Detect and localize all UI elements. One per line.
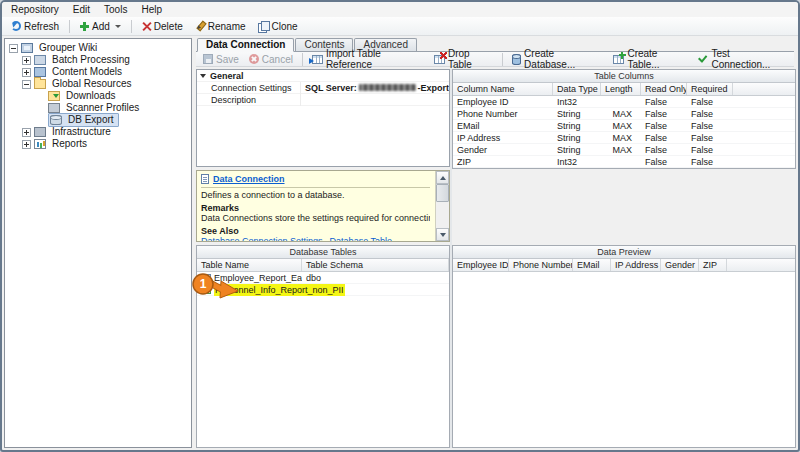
- expander-collapsed-icon[interactable]: [22, 56, 31, 65]
- create-table-button[interactable]: Create Table...: [609, 53, 692, 66]
- preview-header-email[interactable]: EMail: [573, 259, 611, 271]
- column-row-zip[interactable]: ZIP Int32 False False: [453, 156, 795, 168]
- create-database-button[interactable]: Create Database...: [508, 53, 607, 66]
- tree-item-label: DB Export: [65, 114, 117, 126]
- link-database-connection-settings[interactable]: Database Connection Settings,: [201, 236, 325, 241]
- scroll-up-icon[interactable]: [436, 171, 449, 184]
- import-table-reference-icon: [312, 55, 323, 64]
- tree-item-label: Reports: [49, 138, 90, 150]
- scrollbar-thumb[interactable]: [436, 184, 449, 202]
- drop-table-button[interactable]: Drop Table: [430, 53, 497, 66]
- tree-item-content-models[interactable]: Content Models: [5, 66, 191, 78]
- drop-table-icon: [434, 55, 445, 64]
- preview-header-phone-number[interactable]: Phone Number: [509, 259, 573, 271]
- table-row-employee-report-earnings[interactable]: Employee_Report_Earnings dbo: [197, 272, 449, 284]
- column-header-column-name[interactable]: Column Name: [453, 83, 553, 95]
- help-divider: [201, 187, 430, 188]
- help-scrollbar[interactable]: [435, 171, 449, 241]
- preview-header-gender[interactable]: Gender: [661, 259, 699, 271]
- tree-item-infrastructure[interactable]: Infrastructure: [5, 126, 191, 138]
- column-header-required[interactable]: Required: [687, 83, 733, 95]
- tree-item-label: Infrastructure: [49, 126, 114, 138]
- connection-settings-label: Connection Settings: [197, 82, 301, 94]
- property-row-connection-settings[interactable]: Connection Settings SQL Server: -Export: [197, 82, 449, 94]
- column-header-read-only[interactable]: Read Only: [641, 83, 687, 95]
- clone-icon: [258, 21, 269, 32]
- drop-table-label: Drop Table: [448, 48, 493, 70]
- expander-collapsed-icon[interactable]: [22, 140, 31, 149]
- help-title-link[interactable]: Data Connection: [213, 174, 285, 184]
- expander-collapsed-icon[interactable]: [22, 68, 31, 77]
- create-database-icon: [512, 54, 521, 65]
- tree-item-downloads[interactable]: Downloads: [5, 90, 191, 102]
- menu-edit[interactable]: Edit: [66, 3, 97, 16]
- add-dropdown-caret-icon[interactable]: [115, 25, 121, 28]
- help-summary: Defines a connection to a database.: [201, 190, 430, 200]
- column-header-table-schema[interactable]: Table Schema: [302, 259, 449, 271]
- expander-expanded-icon[interactable]: [22, 80, 31, 89]
- column-row-phone-number[interactable]: Phone Number String MAX False False: [453, 108, 795, 120]
- preview-header-zip[interactable]: ZIP: [699, 259, 727, 271]
- property-row-description[interactable]: Description: [197, 94, 449, 106]
- tree-item-global-resources[interactable]: Global Resources: [5, 78, 191, 90]
- data-type-cell: String: [553, 120, 601, 132]
- refresh-button[interactable]: Refresh: [6, 20, 64, 33]
- collapse-arrow-icon[interactable]: [197, 74, 209, 78]
- save-button[interactable]: Save: [199, 53, 243, 66]
- tree-item-batch-processing[interactable]: Batch Processing: [5, 54, 191, 66]
- add-label: Add: [92, 21, 110, 32]
- tree-item-label: Downloads: [63, 90, 118, 102]
- save-icon: [203, 54, 213, 64]
- connection-settings-value[interactable]: SQL Server: -Export: [301, 82, 449, 94]
- menu-tools[interactable]: Tools: [97, 3, 134, 16]
- preview-header-ip-address[interactable]: IP Address: [611, 259, 661, 271]
- clone-button[interactable]: Clone: [253, 20, 303, 33]
- column-row-employee-id[interactable]: Employee ID Int32 False False: [453, 96, 795, 108]
- tree-item-grouper-wiki[interactable]: Grouper Wiki: [5, 42, 191, 54]
- data-preview-section: Data Preview Employee ID Phone Number EM…: [452, 245, 796, 448]
- scroll-down-icon[interactable]: [436, 228, 449, 241]
- length-cell: MAX: [601, 144, 641, 156]
- reports-icon: [34, 139, 46, 149]
- preview-header-employee-id[interactable]: Employee ID: [453, 259, 509, 271]
- column-header-length[interactable]: Length: [601, 83, 641, 95]
- expander-collapsed-icon[interactable]: [22, 128, 31, 137]
- table-row-personnel-info-report-highlighted[interactable]: Personnel_Info_Report_non_PII dbo: [197, 284, 449, 296]
- import-table-reference-button[interactable]: Import Table Reference: [308, 53, 428, 66]
- grouper-wiki-icon: [21, 43, 33, 53]
- cancel-icon: [249, 54, 259, 64]
- column-header-table-name[interactable]: Table Name: [197, 259, 302, 271]
- required-cell: False: [687, 120, 733, 132]
- column-row-gender[interactable]: Gender String MAX False False: [453, 144, 795, 156]
- add-button[interactable]: Add: [75, 20, 126, 33]
- column-header-data-type[interactable]: Data Type: [553, 83, 601, 95]
- menu-repository[interactable]: Repository: [4, 3, 66, 16]
- expander-expanded-icon[interactable]: [9, 44, 18, 53]
- property-group-label: General: [209, 70, 244, 82]
- column-row-email[interactable]: EMail String MAX False False: [453, 120, 795, 132]
- delete-button[interactable]: Delete: [137, 20, 188, 33]
- import-table-reference-label: Import Table Reference: [326, 48, 424, 70]
- length-cell: MAX: [601, 132, 641, 144]
- table-icon: [201, 274, 211, 282]
- data-type-cell: Int32: [553, 156, 601, 168]
- rename-button[interactable]: Rename: [190, 20, 251, 33]
- tree-item-db-export-selected[interactable]: DB Export: [5, 114, 191, 126]
- add-icon: [80, 22, 89, 31]
- create-database-label: Create Database...: [524, 48, 603, 70]
- tree-item-label: Batch Processing: [49, 54, 133, 66]
- cancel-button[interactable]: Cancel: [245, 53, 297, 66]
- global-resources-icon: [34, 79, 46, 89]
- remarks-text: Data Connections store the settings requ…: [201, 213, 430, 223]
- column-row-ip-address[interactable]: IP Address String MAX False False: [453, 132, 795, 144]
- tab-data-connection[interactable]: Data Connection: [197, 38, 294, 52]
- required-cell: False: [687, 144, 733, 156]
- table-columns-header: Column Name Data Type Length Read Only R…: [453, 83, 795, 96]
- property-group-general[interactable]: General: [197, 70, 449, 82]
- test-connection-button[interactable]: Test Connection...: [694, 53, 791, 66]
- data-preview-title: Data Preview: [453, 246, 795, 259]
- help-content: Data Connection Defines a connection to …: [197, 171, 434, 241]
- tree-item-reports[interactable]: Reports: [5, 138, 191, 150]
- menu-help[interactable]: Help: [134, 3, 169, 16]
- link-database-table[interactable]: Database Table: [330, 236, 392, 241]
